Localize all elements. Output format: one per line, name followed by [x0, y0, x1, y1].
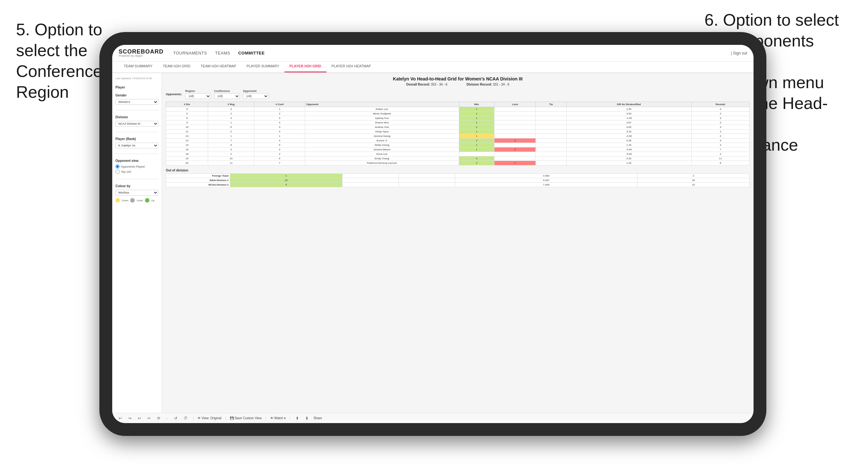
col-diff: Diff Av Strokes/Rnd — [566, 102, 691, 107]
filter-region-select[interactable]: (All) — [185, 93, 211, 99]
nav-items: TOURNAMENTS TEAMS COMMITTEE — [173, 49, 721, 57]
cell-diff: 0.38 — [566, 138, 691, 143]
colour-by-select[interactable]: Win/loss — [116, 190, 158, 195]
cell-div: 14 — [166, 138, 208, 143]
col-reg: # Reg — [208, 102, 254, 107]
cell-win: 1 — [459, 107, 494, 112]
filter-region-group: Region (All) — [185, 89, 211, 99]
toolbar-down[interactable]: ⬇ — [304, 415, 310, 421]
cell-win: 2 — [459, 125, 494, 129]
toolbar-save-view[interactable]: 💾 Save Custom View — [230, 416, 262, 420]
logo-area: SCOREBOARD Powered by clippd — [119, 49, 163, 57]
cell-tie — [536, 134, 566, 138]
cell-rounds: 3 — [691, 121, 749, 125]
cell-diff: 1.33 — [566, 161, 691, 165]
toolbar-reset[interactable]: ↺ — [173, 415, 179, 421]
overall-record: Overall Record: 353 - 34 - 6 — [406, 83, 447, 86]
cell-div: 9 — [166, 121, 208, 125]
table-row: 9 1 4 Sharon Mun 1 3.67 3 — [166, 121, 750, 125]
out-cell-diff: 7.400 — [455, 183, 638, 187]
filter-conference-group: Conference (All) — [214, 89, 240, 99]
tab-player-h2h-heatmap[interactable]: PLAYER H2H HEATMAP — [327, 62, 376, 72]
cell-win: 1 — [459, 143, 494, 148]
cell-div: 16 — [166, 148, 208, 152]
cell-opponent: Emily Chang — [305, 156, 459, 161]
cell-div: 10 — [166, 125, 208, 129]
toolbar-copy[interactable]: ⟳ — [156, 415, 162, 421]
table-row: 18 2 2 Euna Lee -5.00 2 — [166, 152, 750, 156]
opponent-radio-group: Opponents Played Top 100 — [116, 164, 158, 174]
table-row: 13 1 1 Jessica Huang 1 -3.00 2 — [166, 134, 750, 138]
toolbar-undo[interactable]: ↩ — [117, 415, 123, 421]
cell-loss — [494, 143, 536, 148]
out-cell-loss — [342, 183, 399, 187]
out-cell-diff: 9.267 — [455, 178, 638, 183]
toolbar-cut[interactable]: ✂ — [146, 415, 152, 421]
main-data-table: # Div # Reg # Conf Opponent Win Loss Tie… — [166, 102, 750, 165]
gender-select[interactable]: Women's — [116, 99, 158, 105]
out-cell-name: NAIA Division 1 — [166, 178, 230, 183]
cell-opponent: Euna Lee — [305, 152, 459, 156]
col-tie: Tie — [536, 102, 566, 107]
out-cell-name: Foreign Team — [166, 174, 230, 178]
sidebar-divider-1 — [116, 110, 158, 110]
cell-loss — [494, 112, 536, 116]
player-rank-select[interactable]: 8. Katelyn Vo — [116, 143, 158, 148]
cell-reg: 1 — [208, 121, 254, 125]
cell-tie — [536, 129, 566, 134]
cell-conf: 2 — [254, 152, 305, 156]
cell-tie — [536, 156, 566, 161]
last-updated: Last Updated: 27/03/2024 10:40 — [116, 77, 158, 80]
opponents-label: Opponents: — [166, 93, 182, 96]
cell-tie — [536, 116, 566, 121]
tab-team-summary[interactable]: TEAM SUMMARY — [119, 62, 158, 72]
cell-opponent: Sharon Mun — [305, 121, 459, 125]
toolbar-clock[interactable]: ⏱ — [182, 415, 189, 421]
filter-conference-select[interactable]: (All) — [214, 93, 240, 99]
cell-opponent: Andrea York — [305, 125, 459, 129]
out-cell-win: 1 — [230, 174, 342, 178]
toolbar-refresh[interactable]: ↩ — [136, 415, 143, 421]
cell-conf: 1 — [254, 107, 305, 112]
toolbar-view-original[interactable]: 👁 View: Original — [197, 416, 221, 420]
table-row: 14 7 4 Eunice Yi 2 2 0.38 9 — [166, 138, 750, 143]
cell-conf: 3 — [254, 125, 305, 129]
nav-right: | Sign out — [731, 51, 747, 56]
cell-reg: 2 — [208, 152, 254, 156]
cell-loss: 2 — [494, 148, 536, 152]
table-row: 10 6 3 Andrea York 2 4.00 4 — [166, 125, 750, 129]
cell-opponent: Alexis Sudijanto — [305, 112, 459, 116]
top100-label: Top 100 — [121, 170, 131, 174]
cell-div: 20 — [166, 161, 208, 165]
toolbar-share[interactable]: Share — [314, 416, 322, 420]
cell-loss — [494, 107, 536, 112]
toolbar-sep-3: | — [266, 416, 267, 420]
tab-team-h2h-grid[interactable]: TEAM H2H GRID — [158, 62, 195, 72]
cell-win: 1 — [459, 129, 494, 134]
out-cell-tie — [399, 183, 455, 187]
tab-team-h2h-heatmap[interactable]: TEAM H2H HEATMAP — [195, 62, 242, 72]
toolbar-up[interactable]: ⬆ — [294, 415, 300, 421]
tab-player-h2h-grid[interactable]: PLAYER H2H GRID — [284, 62, 327, 72]
toolbar-watch[interactable]: 👁 Watch ▾ — [270, 416, 286, 420]
cell-div: 18 — [166, 152, 208, 156]
sidebar-gender-section: Gender Women's — [116, 94, 158, 105]
cell-diff: -5.00 — [566, 152, 691, 156]
cell-tie — [536, 161, 566, 165]
cell-win: 1 — [459, 134, 494, 138]
radio-top100[interactable]: Top 100 — [116, 169, 158, 174]
color-dot-level — [130, 198, 135, 203]
cell-div: 13 — [166, 134, 208, 138]
cell-rounds: 6 — [691, 161, 749, 165]
grid-area: Katelyn Vo Head-to-Head Grid for Women's… — [162, 73, 753, 413]
sign-out-link[interactable]: | Sign out — [731, 51, 747, 56]
toolbar-redo-left[interactable]: ↪ — [127, 415, 133, 421]
division-select[interactable]: NCAA Division III — [116, 121, 158, 127]
radio-opponents-played[interactable]: Opponents Played — [116, 164, 158, 168]
nav-tournaments[interactable]: TOURNAMENTS — [173, 49, 207, 57]
nav-committee[interactable]: COMMITTEE — [238, 49, 265, 57]
cell-opponent: Federica Domecq Lacroze — [305, 161, 459, 165]
filter-opponent-select[interactable]: (All) — [243, 93, 269, 99]
tab-player-summary[interactable]: PLAYER SUMMARY — [242, 62, 284, 72]
nav-teams[interactable]: TEAMS — [215, 49, 230, 57]
